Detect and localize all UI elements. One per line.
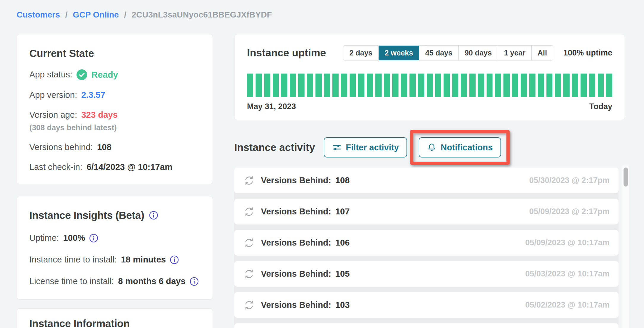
info-icon[interactable]	[170, 255, 179, 264]
annotation-highlight-box: Notifications	[410, 130, 510, 165]
uptime-bar[interactable]	[315, 74, 322, 97]
notifications-button[interactable]: Notifications	[419, 137, 501, 157]
activity-row[interactable]	[234, 323, 619, 328]
app-status-value: Ready	[91, 70, 118, 80]
sync-icon	[243, 175, 255, 187]
uptime-bar[interactable]	[444, 74, 450, 97]
filter-activity-button[interactable]: Filter activity	[324, 137, 407, 157]
uptime-bar[interactable]	[521, 74, 527, 97]
activity-row[interactable]: Versions Behind:10305/02/2023 @ 10:17am	[234, 292, 619, 318]
breadcrumb-separator: /	[124, 10, 126, 19]
check-circle-icon	[76, 69, 87, 80]
info-icon[interactable]	[149, 211, 158, 220]
uptime-bar[interactable]	[384, 74, 390, 97]
breadcrumb-current-instance-id: 2CU3nL3saUNyoc61BBEGJXfBYDF	[132, 10, 272, 19]
uptime-bar[interactable]	[281, 74, 287, 97]
uptime-bar[interactable]	[401, 74, 407, 97]
uptime-bar[interactable]	[358, 74, 364, 97]
uptime-bar[interactable]	[264, 74, 270, 97]
breadcrumb-link-gcp-online[interactable]: GCP Online	[73, 10, 119, 19]
instance-uptime-card: Instance uptime 2 days2 weeks45 days90 d…	[234, 34, 625, 120]
uptime-bar[interactable]	[461, 74, 467, 97]
version-age-note: (308 days behind latest)	[29, 123, 200, 132]
activity-scrollbar-thumb[interactable]	[624, 168, 628, 187]
uptime-bar[interactable]	[418, 74, 424, 97]
sync-icon	[243, 237, 255, 249]
uptime-bar[interactable]	[290, 74, 296, 97]
range-tab-2-weeks[interactable]: 2 weeks	[378, 46, 419, 60]
activity-row[interactable]: Versions Behind:10505/03/2023 @ 10:17am	[234, 261, 619, 287]
uptime-bar[interactable]	[581, 74, 587, 97]
uptime-bar[interactable]	[256, 74, 262, 97]
activity-row-timestamp: 05/03/2023 @ 10:17am	[525, 269, 610, 278]
info-icon[interactable]	[89, 234, 98, 243]
uptime-bar[interactable]	[512, 74, 518, 97]
uptime-bar[interactable]	[324, 74, 330, 97]
app-version-value[interactable]: 2.3.57	[81, 90, 105, 100]
uptime-bar[interactable]	[273, 74, 279, 97]
activity-row-label: Versions Behind:	[261, 269, 331, 279]
uptime-bar[interactable]	[572, 74, 578, 97]
current-state-title: Current State	[29, 47, 200, 59]
uptime-bar[interactable]	[409, 74, 416, 97]
uptime-label: Uptime:	[29, 233, 59, 243]
instance-activity-list: Versions Behind:10805/30/2023 @ 2:17pm V…	[234, 168, 619, 328]
uptime-bar[interactable]	[392, 74, 398, 97]
uptime-bar[interactable]	[307, 74, 313, 97]
activity-row-value: 106	[335, 238, 350, 248]
uptime-bar[interactable]	[452, 74, 458, 97]
uptime-value: 100%	[63, 233, 85, 243]
version-age-label: Version age:	[29, 110, 77, 120]
activity-row-label: Versions Behind:	[261, 176, 331, 185]
uptime-bar[interactable]	[350, 74, 356, 97]
versions-behind-row: Versions behind: 108	[29, 142, 200, 152]
activity-row-timestamp: 05/09/2023 @ 10:17am	[525, 238, 610, 247]
sync-icon	[243, 206, 255, 218]
uptime-bar[interactable]	[487, 74, 493, 97]
right-column: Instance uptime 2 days2 weeks45 days90 d…	[234, 34, 644, 328]
range-tab-all[interactable]: All	[531, 46, 553, 60]
uptime-bar[interactable]	[341, 74, 347, 97]
instance-insights-card: Instance Insights (Beta) Uptime: 100% In…	[17, 196, 213, 300]
uptime-range-tabs: 2 days2 weeks45 days90 days1 yearAll	[343, 45, 553, 60]
activity-row[interactable]: Versions Behind:10705/09/2023 @ 2:17pm	[234, 199, 619, 224]
activity-row-timestamp: 05/09/2023 @ 2:17pm	[529, 207, 610, 216]
uptime-bar[interactable]	[435, 74, 441, 97]
uptime-bar[interactable]	[589, 74, 595, 97]
filter-activity-label: Filter activity	[346, 143, 399, 152]
range-tab-1-year[interactable]: 1 year	[498, 46, 531, 60]
instance-detail-page: Customers / GCP Online / 2CU3nL3saUNyoc6…	[0, 0, 644, 328]
uptime-bar[interactable]	[598, 74, 604, 97]
uptime-bar[interactable]	[495, 74, 501, 97]
uptime-bar[interactable]	[563, 74, 570, 97]
notifications-label: Notifications	[441, 143, 493, 152]
uptime-bar[interactable]	[247, 74, 253, 97]
range-tab-45-days[interactable]: 45 days	[419, 46, 458, 60]
uptime-bar[interactable]	[538, 74, 544, 97]
app-version-row: App version: 2.3.57	[29, 90, 200, 100]
uptime-bar[interactable]	[298, 74, 305, 97]
breadcrumb-link-customers[interactable]: Customers	[17, 10, 60, 19]
range-tab-90-days[interactable]: 90 days	[458, 46, 498, 60]
activity-scrollbar-track[interactable]	[622, 165, 629, 328]
uptime-bar[interactable]	[427, 74, 433, 97]
activity-row[interactable]: Versions Behind:10605/09/2023 @ 10:17am	[234, 230, 619, 256]
uptime-bar[interactable]	[332, 74, 339, 97]
uptime-bar[interactable]	[503, 74, 510, 97]
uptime-bar[interactable]	[469, 74, 476, 97]
uptime-bar[interactable]	[529, 74, 535, 97]
uptime-bar[interactable]	[375, 74, 382, 97]
activity-row[interactable]: Versions Behind:10805/30/2023 @ 2:17pm	[234, 168, 619, 193]
uptime-bar[interactable]	[367, 74, 373, 97]
last-checkin-row: Last check-in: 6/14/2023 @ 10:17am	[29, 162, 200, 172]
instance-activity-header: Instance activity Filter activity Notifi…	[234, 130, 510, 165]
uptime-bar[interactable]	[606, 74, 612, 97]
app-status-label: App status:	[29, 70, 72, 79]
uptime-bar[interactable]	[478, 74, 484, 97]
info-icon[interactable]	[190, 277, 199, 286]
activity-row-value: 107	[335, 207, 350, 216]
range-tab-2-days[interactable]: 2 days	[343, 46, 378, 60]
activity-row-label: Versions Behind:	[261, 207, 331, 216]
uptime-bar[interactable]	[555, 74, 561, 97]
uptime-bar[interactable]	[546, 74, 553, 97]
